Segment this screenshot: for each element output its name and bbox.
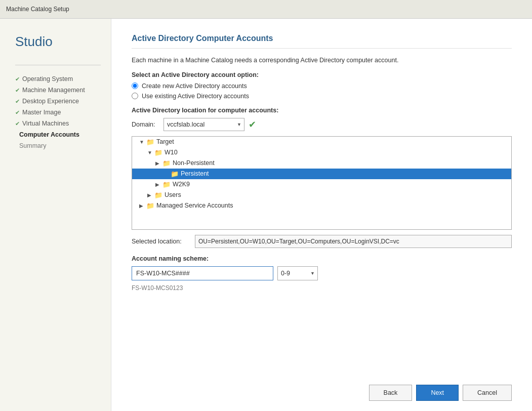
radio-use-existing-input[interactable] bbox=[132, 93, 138, 99]
sidebar-item-summary[interactable]: Summary bbox=[15, 140, 101, 151]
sidebar-item-computer-accounts[interactable]: Computer Accounts bbox=[15, 129, 101, 140]
sidebar-label-computer-accounts: Computer Accounts bbox=[19, 131, 79, 138]
sidebar-divider bbox=[15, 65, 101, 65]
check-icon-machine-management: ✔ bbox=[15, 87, 20, 94]
description-text: Each machine in a Machine Catalog needs … bbox=[132, 56, 512, 65]
check-icon-desktop-experience: ✔ bbox=[15, 98, 20, 105]
tree-item-persistent[interactable]: ▶ 📁 Persistent bbox=[132, 169, 511, 179]
next-button[interactable]: Next bbox=[416, 385, 459, 401]
sidebar-item-machine-management: ✔Machine Management bbox=[15, 85, 101, 96]
tree-label-persistent: Persistent bbox=[181, 170, 209, 177]
sidebar-item-operating-system: ✔Operating System bbox=[15, 73, 101, 85]
cancel-button[interactable]: Cancel bbox=[463, 385, 512, 401]
radio-group: Create new Active Directory accounts Use… bbox=[132, 83, 512, 100]
naming-scheme-label: Account naming scheme: bbox=[132, 255, 512, 262]
tree-item-managed-service[interactable]: ▶ 📁 Managed Service Accounts bbox=[132, 200, 511, 211]
check-icon-master-image: ✔ bbox=[15, 109, 20, 116]
sidebar-label-master-image: Master Image bbox=[22, 109, 61, 116]
naming-scheme-select-wrapper[interactable]: 0-9 A-Z a-z bbox=[277, 266, 318, 280]
radio-use-existing-label[interactable]: Use existing Active Directory accounts bbox=[142, 93, 249, 100]
sidebar-title: Studio bbox=[15, 34, 101, 50]
radio-create-new[interactable]: Create new Active Directory accounts bbox=[132, 83, 512, 90]
location-section-label: Active Directory location for computer a… bbox=[132, 107, 512, 114]
tree-container[interactable]: ▼ 📁 Target ▼ 📁 W10 ▶ 📁 Non-Persistent ▶ … bbox=[132, 136, 512, 230]
folder-icon-managed-service: 📁 bbox=[146, 202, 154, 210]
expand-users[interactable]: ▶ bbox=[147, 192, 154, 198]
naming-preview: FS-W10-MCS0123 bbox=[132, 284, 512, 292]
expand-non-persistent[interactable]: ▶ bbox=[155, 160, 162, 166]
domain-select-wrapper[interactable]: vccfslab.local bbox=[163, 118, 244, 131]
expand-w10[interactable]: ▼ bbox=[147, 150, 154, 155]
selected-location-value: OU=Persistent,OU=W10,OU=Target,OU=Comput… bbox=[195, 235, 512, 248]
tree-label-target: Target bbox=[156, 138, 174, 145]
title-bar-label: Machine Catalog Setup bbox=[6, 6, 69, 13]
sidebar-label-machine-management: Machine Management bbox=[22, 87, 85, 94]
sidebar-item-desktop-experience: ✔Desktop Experience bbox=[15, 96, 101, 107]
radio-group-label: Select an Active Directory account optio… bbox=[132, 71, 512, 78]
sidebar-item-virtual-machines: ✔Virtual Machines bbox=[15, 118, 101, 129]
naming-scheme-select[interactable]: 0-9 A-Z a-z bbox=[277, 266, 318, 280]
folder-icon-w2k9: 📁 bbox=[162, 181, 171, 188]
domain-valid-icon: ✔ bbox=[249, 119, 256, 130]
expand-target[interactable]: ▼ bbox=[139, 139, 146, 145]
sidebar: Studio ✔Operating System✔Machine Managem… bbox=[0, 19, 111, 411]
sidebar-item-master-image: ✔Master Image bbox=[15, 107, 101, 118]
title-bar: Machine Catalog Setup bbox=[0, 0, 532, 19]
folder-icon-w10: 📁 bbox=[154, 149, 162, 156]
folder-icon-persistent: 📁 bbox=[171, 170, 179, 178]
page-title: Active Directory Computer Accounts bbox=[132, 34, 512, 49]
expand-w2k9[interactable]: ▶ bbox=[155, 182, 162, 187]
radio-create-new-label[interactable]: Create new Active Directory accounts bbox=[142, 83, 247, 90]
check-icon-virtual-machines: ✔ bbox=[15, 120, 20, 127]
naming-scheme-input[interactable] bbox=[132, 266, 273, 280]
back-button[interactable]: Back bbox=[369, 385, 413, 401]
check-icon-operating-system: ✔ bbox=[15, 76, 20, 83]
domain-label: Domain: bbox=[132, 121, 159, 128]
folder-icon-target: 📁 bbox=[146, 138, 154, 146]
radio-create-new-input[interactable] bbox=[132, 83, 138, 89]
selected-location-label: Selected location: bbox=[132, 238, 190, 245]
tree-label-managed-service: Managed Service Accounts bbox=[156, 202, 233, 209]
naming-scheme-row: 0-9 A-Z a-z bbox=[132, 266, 512, 280]
tree-label-w10: W10 bbox=[165, 149, 178, 156]
folder-icon-users: 📁 bbox=[154, 191, 162, 199]
tree-label-users: Users bbox=[165, 191, 181, 198]
folder-icon-non-persistent: 📁 bbox=[162, 159, 171, 167]
button-row: Back Next Cancel bbox=[369, 385, 512, 401]
tree-label-non-persistent: Non-Persistent bbox=[173, 159, 215, 167]
tree-label-w2k9: W2K9 bbox=[173, 181, 190, 188]
sidebar-label-operating-system: Operating System bbox=[22, 75, 73, 83]
content-area: Active Directory Computer Accounts Each … bbox=[111, 19, 532, 411]
domain-row: Domain: vccfslab.local ✔ bbox=[132, 118, 512, 131]
sidebar-items: ✔Operating System✔Machine Management✔Des… bbox=[15, 73, 101, 151]
sidebar-label-desktop-experience: Desktop Experience bbox=[22, 98, 79, 105]
selected-location-row: Selected location: OU=Persistent,OU=W10,… bbox=[132, 235, 512, 248]
sidebar-label-summary: Summary bbox=[19, 142, 46, 149]
main-container: Studio ✔Operating System✔Machine Managem… bbox=[0, 19, 532, 411]
tree-item-w2k9[interactable]: ▶ 📁 W2K9 bbox=[132, 179, 511, 190]
tree-item-target[interactable]: ▼ 📁 Target bbox=[132, 137, 511, 147]
tree-item-non-persistent[interactable]: ▶ 📁 Non-Persistent bbox=[132, 158, 511, 169]
radio-use-existing[interactable]: Use existing Active Directory accounts bbox=[132, 93, 512, 100]
tree-item-w10[interactable]: ▼ 📁 W10 bbox=[132, 147, 511, 158]
sidebar-label-virtual-machines: Virtual Machines bbox=[22, 120, 69, 127]
tree-item-users[interactable]: ▶ 📁 Users bbox=[132, 190, 511, 200]
expand-managed-service[interactable]: ▶ bbox=[139, 203, 146, 209]
domain-select[interactable]: vccfslab.local bbox=[163, 118, 244, 131]
